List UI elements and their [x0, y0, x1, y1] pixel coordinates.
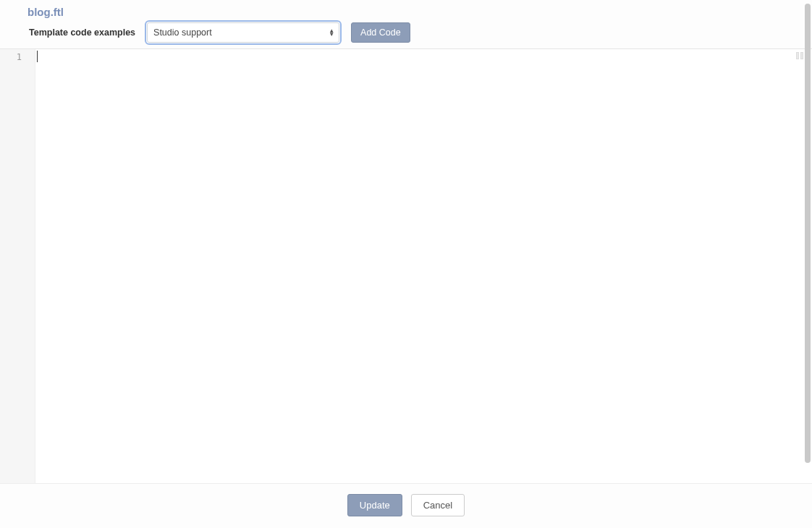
footer-buttons: Update Cancel — [347, 494, 465, 516]
editor-footer: Update Cancel — [0, 483, 812, 528]
line-number-gutter: 1 — [0, 49, 35, 483]
file-title: blog.ftl — [28, 6, 803, 18]
cursor-icon — [37, 51, 38, 62]
editor-header: blog.ftl Template code examples Studio s… — [0, 0, 812, 49]
template-editor-page: blog.ftl Template code examples Studio s… — [0, 0, 812, 528]
update-button[interactable]: Update — [347, 494, 402, 516]
toolbar: Template code examples Studio support ▲ … — [29, 22, 803, 43]
add-code-button[interactable]: Add Code — [351, 22, 410, 43]
select-arrows-icon: ▲ ▼ — [329, 29, 334, 36]
scrollbar-thumb[interactable] — [805, 4, 811, 463]
line-number: 1 — [3, 52, 22, 62]
code-editor: 1 — [0, 49, 812, 483]
template-select-value: Studio support — [153, 27, 212, 38]
scrollbar[interactable] — [805, 4, 811, 463]
editor-textarea[interactable] — [35, 49, 812, 483]
cancel-button[interactable]: Cancel — [411, 494, 465, 516]
template-examples-label: Template code examples — [29, 27, 135, 38]
template-select[interactable]: Studio support ▲ ▼ — [147, 22, 339, 43]
